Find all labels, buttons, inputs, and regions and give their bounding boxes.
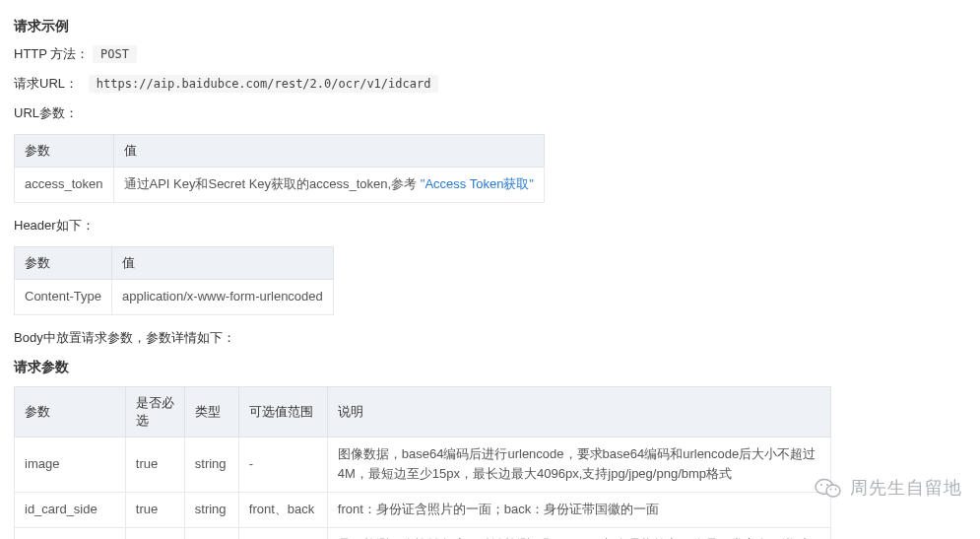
url-params-table: 参数 值 access_token 通过API Key和Secret Key获取…: [14, 134, 545, 203]
table-header-row: 参数 值: [15, 246, 334, 279]
cell-param: Content-Type: [15, 279, 112, 314]
request-params-table: 参数 是否必选 类型 可选值范围 说明 image true string - …: [14, 386, 831, 539]
table-header-row: 参数 是否必选 类型 可选值范围 说明: [15, 386, 831, 437]
col-param: 参数: [15, 246, 112, 279]
request-url-label: 请求URL：: [14, 75, 78, 93]
svg-point-2: [820, 484, 822, 486]
header-table: 参数 值 Content-Type application/x-www-form…: [14, 246, 334, 315]
table-row: access_token 通过API Key和Secret Key获取的acce…: [15, 168, 545, 203]
body-note: Body中放置请求参数，参数详情如下：: [14, 329, 966, 347]
col-param: 参数: [15, 386, 126, 437]
cell-required: true: [125, 437, 184, 493]
cell-range: -: [238, 437, 327, 493]
svg-point-5: [835, 489, 837, 491]
cell-range: true、false: [238, 527, 327, 539]
header-heading: Header如下：: [14, 217, 966, 235]
table-row: detect_direction false string true、false…: [15, 527, 831, 539]
col-required: 是否必选: [125, 386, 184, 437]
cell-required: true: [125, 493, 184, 528]
cell-value: 通过API Key和Secret Key获取的access_token,参考 "…: [113, 168, 544, 203]
wechat-icon: [815, 476, 842, 500]
col-type: 类型: [184, 386, 238, 437]
table-row: id_card_side true string front、back fron…: [15, 493, 831, 528]
request-url-row: 请求URL： https://aip.baidubce.com/rest/2.0…: [14, 75, 966, 93]
col-desc: 说明: [327, 386, 830, 437]
col-value: 值: [113, 135, 544, 168]
svg-point-4: [830, 489, 832, 491]
cell-range: front、back: [238, 493, 327, 528]
cell-desc: 是否检测图像旋转角度，默认检测，即：true。朝向是指输入图像是正常方向、逆时针…: [327, 527, 830, 539]
cell-value: application/x-www-form-urlencoded: [112, 279, 334, 314]
svg-point-3: [826, 484, 828, 486]
http-method-label: HTTP 方法：: [14, 45, 89, 63]
cell-required: false: [125, 527, 184, 539]
cell-param: image: [15, 437, 126, 493]
url-params-heading: URL参数：: [14, 104, 966, 122]
cell-param: detect_direction: [15, 527, 126, 539]
watermark: 周先生自留地: [815, 476, 962, 500]
cell-type: string: [184, 527, 238, 539]
watermark-text: 周先生自留地: [850, 476, 962, 500]
access-token-link[interactable]: "Access Token获取": [421, 176, 534, 191]
col-param: 参数: [15, 135, 114, 168]
cell-type: string: [184, 493, 238, 528]
cell-text: 通过API Key和Secret Key获取的access_token,参考: [124, 176, 418, 191]
cell-desc: front：身份证含照片的一面；back：身份证带国徽的一面: [327, 493, 830, 528]
cell-desc: 图像数据，base64编码后进行urlencode，要求base64编码和url…: [327, 437, 830, 493]
cell-param: id_card_side: [15, 493, 126, 528]
table-row: image true string - 图像数据，base64编码后进行urle…: [15, 437, 831, 493]
section-title-request-example: 请求示例: [14, 18, 966, 35]
table-row: Content-Type application/x-www-form-urle…: [15, 279, 334, 314]
col-value: 值: [112, 246, 334, 279]
http-method-value: POST: [93, 45, 137, 63]
col-range: 可选值范围: [238, 386, 327, 437]
http-method-row: HTTP 方法： POST: [14, 45, 966, 63]
cell-param: access_token: [15, 168, 114, 203]
table-header-row: 参数 值: [15, 135, 545, 168]
section-title-request-params: 请求参数: [14, 359, 966, 376]
svg-point-1: [826, 485, 840, 497]
request-url-value: https://aip.baidubce.com/rest/2.0/ocr/v1…: [89, 75, 439, 93]
cell-type: string: [184, 437, 238, 493]
